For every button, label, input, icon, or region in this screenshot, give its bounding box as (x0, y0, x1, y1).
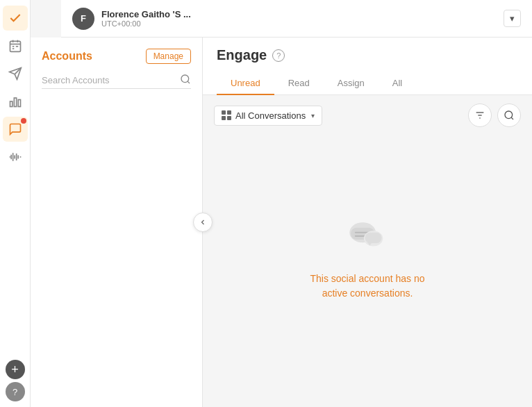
empty-text-line1: This social account has no (310, 273, 425, 284)
accounts-header: Accounts Manage (31, 38, 202, 72)
empty-state: This social account has no active conver… (203, 135, 532, 407)
svg-rect-0 (10, 41, 20, 51)
sidebar-item-send[interactable] (3, 61, 28, 86)
user-timezone: UTC+00:00 (101, 19, 504, 28)
svg-point-24 (505, 111, 513, 119)
engage-help-icon[interactable]: ? (272, 49, 285, 62)
tab-all[interactable]: All (379, 72, 416, 95)
svg-rect-9 (10, 101, 12, 107)
sidebar: + ? (0, 0, 31, 407)
sidebar-item-chat[interactable] (3, 117, 28, 142)
all-conversations-label: All Conversations (235, 110, 306, 121)
help-button[interactable]: ? (6, 382, 25, 401)
engage-title: Engage (217, 47, 267, 63)
user-dropdown-button[interactable]: ▾ (504, 10, 521, 27)
accounts-title: Accounts (42, 50, 92, 63)
svg-point-19 (181, 75, 189, 83)
toolbar-actions (468, 103, 521, 127)
sidebar-item-calendar[interactable] (3, 33, 28, 58)
collapse-button[interactable] (193, 213, 213, 232)
manage-button[interactable]: Manage (146, 49, 191, 64)
add-button[interactable]: + (6, 360, 25, 379)
avatar: F (72, 8, 94, 30)
chevron-down-icon: ▾ (311, 112, 315, 119)
tab-assign[interactable]: Assign (324, 72, 379, 95)
svg-line-20 (188, 81, 190, 83)
empty-state-text: This social account has no active conver… (310, 272, 425, 301)
tab-read[interactable]: Read (274, 72, 324, 95)
tabs: Unread Read Assign All (217, 72, 518, 94)
tab-unread[interactable]: Unread (217, 72, 274, 95)
conversations-toolbar: All Conversations ▾ (203, 95, 532, 135)
search-icon[interactable] (180, 74, 191, 88)
filter-button[interactable] (468, 103, 492, 127)
engage-panel: Engage ? Unread Read Assign All All Conv… (203, 38, 532, 407)
search-button[interactable] (497, 103, 521, 127)
accounts-panel: Accounts Manage (31, 38, 203, 407)
grid-icon (222, 110, 231, 120)
engage-header: Engage ? Unread Read Assign All (203, 38, 532, 95)
svg-rect-11 (18, 100, 20, 107)
user-info: Florence Gaitho 'S ... UTC+00:00 (101, 9, 504, 28)
sidebar-item-check[interactable] (3, 6, 28, 31)
sidebar-item-waveform[interactable] (3, 144, 28, 169)
search-accounts-input[interactable] (42, 72, 191, 89)
svg-rect-31 (365, 232, 382, 242)
empty-text-line2: active conversations. (322, 288, 413, 299)
user-name: Florence Gaitho 'S ... (101, 9, 504, 19)
svg-rect-10 (14, 98, 16, 107)
all-conversations-button[interactable]: All Conversations ▾ (214, 106, 322, 126)
search-accounts-container (31, 72, 202, 97)
top-bar: F Florence Gaitho 'S ... UTC+00:00 ▾ (61, 0, 532, 38)
empty-conversations-icon (343, 215, 392, 263)
sidebar-item-chart[interactable] (3, 89, 28, 114)
svg-line-25 (511, 117, 513, 119)
chat-badge (21, 118, 26, 124)
